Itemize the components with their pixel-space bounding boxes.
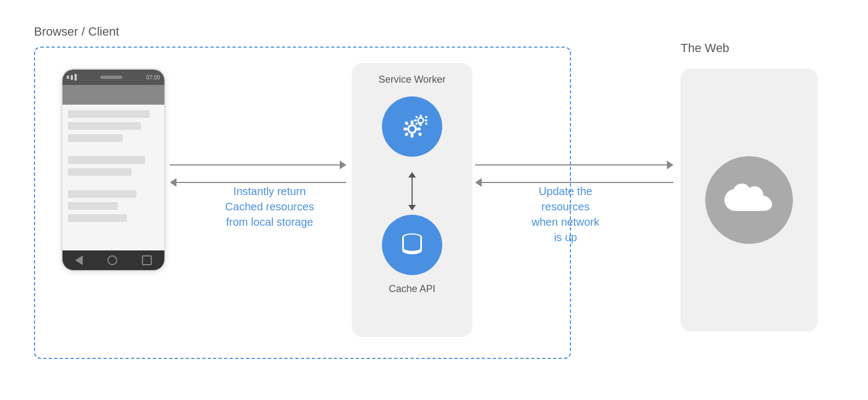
svg-rect-19 <box>425 122 428 125</box>
arrow-down-head <box>408 205 416 210</box>
phone-back-btn <box>75 255 83 265</box>
database-icon <box>396 228 429 261</box>
cached-label-line3: from local storage <box>193 214 346 230</box>
phone-recent-btn <box>142 255 152 265</box>
phone-content-line-3 <box>68 134 123 142</box>
svg-rect-4 <box>403 128 407 130</box>
signal-bar-1 <box>67 76 69 79</box>
service-worker-box: Service Worker <box>352 63 472 337</box>
cloud-icon <box>724 184 774 216</box>
cached-label-line1: Instantly return <box>193 184 346 199</box>
phone-content-line-8 <box>68 214 127 222</box>
arrow-line-from-web <box>482 182 673 183</box>
phone-content-line-2 <box>68 122 141 130</box>
phone-time: 07:00 <box>146 75 160 81</box>
update-label-line2: resources <box>500 199 631 214</box>
update-resources-label: Update the resources when network is up <box>500 184 631 245</box>
cache-circle <box>382 215 442 275</box>
phone-content-line-6 <box>68 190 136 198</box>
cloud-circle <box>705 156 793 244</box>
phone-content-line-5 <box>68 168 132 176</box>
phone-header-bar <box>62 85 164 105</box>
update-label-line4: is up <box>500 230 631 245</box>
signal-icons <box>67 74 77 81</box>
phone-illustration: 07:00 <box>61 68 171 332</box>
svg-rect-8 <box>404 132 409 136</box>
service-worker-label: Service Worker <box>379 74 446 85</box>
svg-rect-6 <box>404 121 409 125</box>
svg-rect-13 <box>420 123 422 126</box>
arrow-up-head <box>408 172 416 178</box>
phone-spacer-2 <box>68 180 159 186</box>
arrow-line-forward <box>170 164 340 165</box>
gears-icon <box>393 107 431 146</box>
phone-spacer <box>68 146 159 152</box>
cached-label-line2: Cached resources <box>193 199 346 214</box>
cached-resources-label: Instantly return Cached resources from l… <box>193 184 346 230</box>
arrow-head-back <box>170 178 176 187</box>
update-label-line3: when network <box>500 214 631 230</box>
phone-content-line-4 <box>68 156 145 164</box>
cache-api-label: Cache API <box>389 283 435 295</box>
signal-bar-2 <box>71 75 73 80</box>
svg-rect-18 <box>415 122 419 125</box>
phone-content-line-7 <box>68 202 118 210</box>
arrow-line-to-web <box>475 164 667 165</box>
svg-rect-16 <box>415 116 419 119</box>
arrow-sw-to-web <box>475 161 673 169</box>
diagram-container: Browser / Client 07:00 <box>23 14 845 386</box>
browser-client-label: Browser / Client <box>34 25 119 39</box>
arrow-head-forward <box>340 161 346 169</box>
svg-point-1 <box>409 126 415 132</box>
svg-rect-5 <box>417 128 421 130</box>
the-web-box <box>681 68 818 332</box>
arrow-head-to-web <box>667 161 673 169</box>
arrow-phone-to-sw <box>170 161 346 169</box>
phone-status-bar: 07:00 <box>62 70 164 85</box>
gears-circle <box>382 96 442 157</box>
svg-rect-12 <box>420 115 422 117</box>
svg-point-11 <box>419 118 422 122</box>
vertical-double-arrow <box>408 172 416 210</box>
phone-bottom-bar <box>62 250 164 270</box>
the-web-label: The Web <box>681 41 729 55</box>
vertical-arrow-line <box>412 178 413 205</box>
phone-content <box>62 105 164 250</box>
svg-rect-14 <box>414 119 417 122</box>
svg-rect-15 <box>425 119 427 122</box>
svg-rect-17 <box>425 116 428 119</box>
phone-home-btn <box>107 255 117 265</box>
svg-rect-3 <box>410 134 413 138</box>
arrow-line-backward <box>176 182 346 183</box>
phone-content-line-1 <box>68 110 150 118</box>
svg-rect-9 <box>418 132 422 136</box>
svg-point-29 <box>404 245 420 251</box>
phone-notch <box>100 76 122 79</box>
svg-rect-2 <box>410 121 413 124</box>
arrow-head-from-web <box>475 178 482 187</box>
update-label-line1: Update the <box>500 184 631 199</box>
signal-bar-3 <box>75 74 77 81</box>
